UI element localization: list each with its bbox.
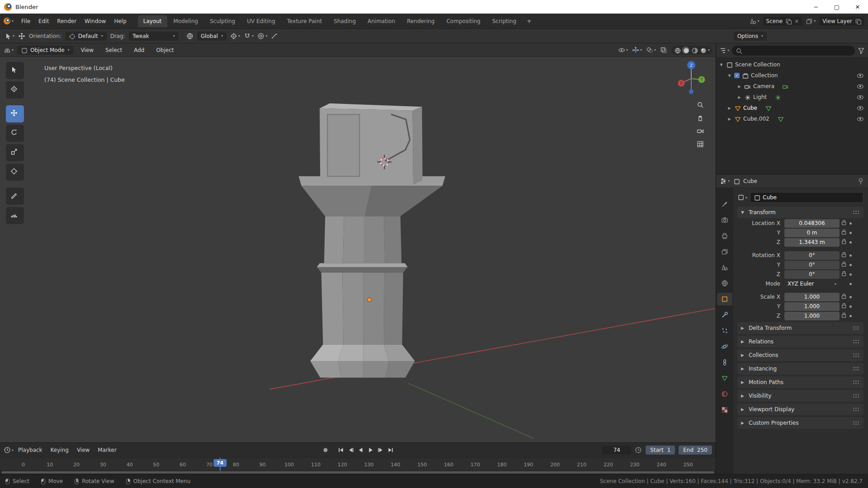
animate-dot[interactable]	[849, 315, 852, 317]
animate-dot[interactable]	[849, 273, 852, 276]
menu-edit[interactable]: Edit	[34, 14, 53, 29]
section-instancing[interactable]: ▶Instancing	[737, 363, 863, 375]
play-reverse-button[interactable]	[357, 446, 364, 454]
tab-shading[interactable]: Shading	[328, 15, 361, 27]
rotation-mode-dropdown[interactable]: XYZ Euler▾	[784, 280, 840, 288]
outliner-row-cube[interactable]: ▶ Cube	[716, 103, 868, 113]
editor-type-viewport[interactable]: ▾	[4, 47, 14, 54]
animate-dot[interactable]	[849, 283, 852, 285]
collection-checkbox[interactable]: ✓	[734, 73, 740, 78]
expand-caret[interactable]: ▶	[727, 117, 732, 121]
scene-selector-icon[interactable]: ▾	[750, 18, 760, 25]
panel-grip[interactable]	[853, 326, 860, 330]
scale-x-field[interactable]: 1.000	[784, 293, 840, 301]
object-visibility-dropdown[interactable]: ▾	[618, 47, 628, 54]
editor-type-timeline[interactable]: ▾	[4, 446, 14, 454]
object-browse-button[interactable]: ▾	[737, 194, 747, 201]
mode-dropdown[interactable]: Object Mode ▾	[17, 46, 73, 55]
lock-icon[interactable]	[842, 231, 846, 235]
shading-wireframe[interactable]	[674, 47, 681, 54]
tool-annotate[interactable]	[6, 188, 24, 205]
tab-material[interactable]	[717, 388, 732, 400]
tab-world[interactable]	[717, 277, 732, 290]
viewport-canvas[interactable]: User Perspective (Local) (74) Scene Coll…	[0, 57, 716, 442]
timeline-ruler[interactable]: 0 10 20 30 40 50 60 70 80 90 100 110 120…	[0, 457, 716, 471]
hide-eye-toggle[interactable]	[857, 95, 863, 99]
tab-animation[interactable]: Animation	[362, 15, 401, 27]
tool-scale[interactable]	[6, 144, 24, 161]
hide-eye-toggle[interactable]	[857, 74, 863, 78]
frame-start-field[interactable]: Start 1	[646, 446, 675, 455]
pivot-point-icon[interactable]: ▾	[230, 33, 240, 40]
outliner-row-camera[interactable]: ▶ Camera	[716, 81, 868, 92]
outliner-row-cube-002[interactable]: ▶ Cube.002	[716, 113, 868, 124]
tool-rotate[interactable]	[6, 125, 24, 142]
timeline-scrollbar[interactable]	[1, 471, 714, 474]
tool-move[interactable]	[6, 105, 24, 122]
location-z-field[interactable]: 1.3443 m	[784, 238, 840, 247]
scene-selector[interactable]: Scene ×	[763, 17, 802, 26]
animate-dot[interactable]	[849, 232, 852, 234]
hide-eye-toggle[interactable]	[857, 117, 863, 121]
blender-app-menu[interactable]: ▾	[0, 18, 17, 24]
playhead[interactable]: 74	[213, 459, 226, 467]
auto-key-record-button[interactable]	[322, 446, 329, 454]
jump-to-start-button[interactable]	[337, 446, 344, 454]
animate-dot[interactable]	[849, 264, 852, 266]
expand-caret[interactable]: ▼	[719, 63, 724, 67]
tab-sculpting[interactable]: Sculpting	[204, 15, 241, 27]
panel-grip[interactable]	[853, 210, 860, 215]
current-frame-field[interactable]: 74	[602, 446, 631, 455]
menu-window[interactable]: Window	[80, 14, 110, 29]
overlays-dropdown[interactable]: ▾	[646, 47, 656, 54]
filter-icon[interactable]	[858, 47, 865, 54]
outliner-row-scene-collection[interactable]: ▼ Scene Collection	[716, 59, 868, 70]
pan-hand-icon[interactable]	[697, 114, 704, 122]
tab-modifiers[interactable]	[717, 309, 732, 321]
snap-toggle[interactable]: ▾	[244, 33, 254, 40]
expand-caret[interactable]: ▼	[727, 74, 732, 78]
rotation-y-field[interactable]: 0°	[784, 261, 840, 269]
previous-keyframe-button[interactable]	[347, 446, 354, 454]
falloff-curve-icon[interactable]	[271, 33, 278, 40]
use-preview-range-icon[interactable]	[635, 446, 642, 454]
tab-object[interactable]	[717, 293, 732, 305]
expand-caret[interactable]: ▶	[727, 106, 732, 110]
editor-type-outliner[interactable]: ▾	[719, 47, 729, 54]
lock-icon[interactable]	[842, 296, 846, 299]
pin-icon[interactable]	[857, 178, 864, 185]
tab-object-data[interactable]	[717, 372, 732, 385]
menu-file[interactable]: File	[17, 14, 34, 29]
viewport-menu-object[interactable]: Object	[152, 43, 178, 57]
panel-grip[interactable]	[853, 353, 860, 357]
tab-uv-editing[interactable]: UV Editing	[241, 15, 281, 27]
outliner-row-collection[interactable]: ▼ ✓ Collection	[716, 70, 868, 81]
lock-icon[interactable]	[842, 254, 846, 257]
section-collections[interactable]: ▶Collections	[737, 349, 863, 361]
tool-transform[interactable]	[6, 164, 24, 181]
panel-grip[interactable]	[853, 421, 860, 425]
tool-cursor[interactable]	[6, 81, 24, 99]
lock-icon[interactable]	[842, 263, 846, 267]
new-scene-icon[interactable]	[785, 18, 792, 24]
tab-physics[interactable]	[717, 340, 732, 353]
rotation-x-field[interactable]: 0°	[784, 251, 840, 260]
object-name-field[interactable]: Cube	[750, 192, 863, 203]
lock-icon[interactable]	[842, 241, 846, 244]
minimize-button[interactable]: −	[806, 0, 826, 14]
timeline-menu-playback[interactable]: Playback	[14, 447, 46, 453]
panel-grip[interactable]	[853, 366, 860, 371]
maximize-button[interactable]: ▢	[826, 0, 847, 14]
navigation-gizmo[interactable]: Z X Y	[673, 59, 709, 100]
camera-view-icon[interactable]	[697, 127, 704, 135]
timeline-menu-marker[interactable]: Marker	[94, 447, 120, 453]
section-visibility[interactable]: ▶Visibility	[737, 390, 863, 402]
lock-icon[interactable]	[842, 222, 846, 225]
tab-particles[interactable]	[717, 324, 732, 337]
ortho-grid-icon[interactable]	[697, 141, 704, 148]
scale-y-field[interactable]: 1.000	[784, 302, 840, 311]
location-x-field[interactable]: 0.048306	[784, 219, 840, 228]
rotation-z-field[interactable]: 0°	[784, 270, 840, 279]
animate-dot[interactable]	[849, 305, 852, 308]
section-relations[interactable]: ▶Relations	[737, 336, 863, 347]
